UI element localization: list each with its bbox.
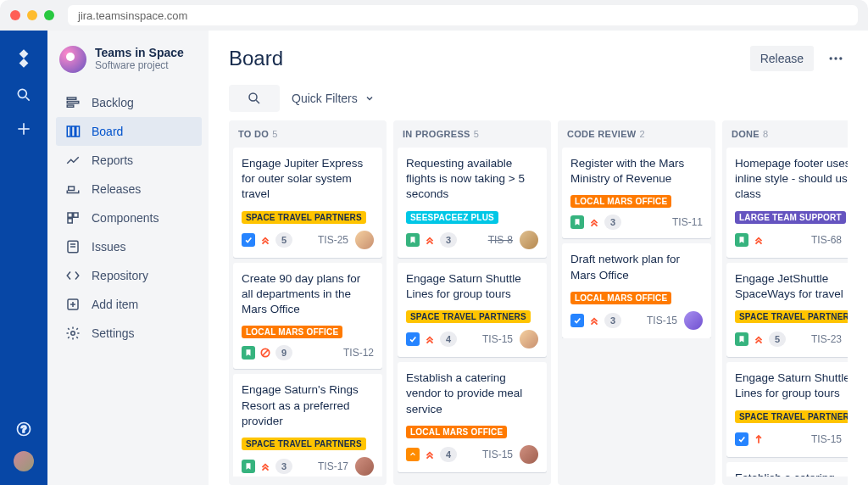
issue-card[interactable]: Establish a catering vendor to provide m… [398,362,547,472]
issue-card[interactable]: Engage Saturn Shuttle Lines for group to… [726,362,848,456]
sidebar-item-reports[interactable]: Reports [56,146,202,175]
assignee-avatar[interactable] [520,231,538,249]
column-title: IN PROGRESS [403,129,470,139]
issue-card[interactable]: Engage Saturn's Rings Resort as a prefer… [233,374,382,477]
story-points: 3 [604,313,621,328]
sidebar-item-label: Board [92,125,123,138]
issue-card[interactable]: Engage Jupiter Express for outer solar s… [233,148,382,258]
svg-point-22 [830,57,832,59]
priority-icon [259,233,272,247]
issue-type-icon [570,215,584,229]
sidebar-item-settings[interactable]: Settings [56,319,202,348]
story-points: 3 [604,215,621,230]
issue-type-icon [406,448,420,461]
add-item-icon [64,297,81,312]
card-footer: 4 TIS-15 [406,445,538,464]
issue-key: TIS-15 [482,333,513,345]
project-header[interactable]: Teams in Space Software project [56,46,202,73]
card-footer: TIS-15 [735,430,848,449]
story-points: 5 [275,232,292,248]
sidebar-item-label: Issues [92,240,125,254]
close-window-button[interactable] [10,10,20,20]
svg-rect-6 [67,98,76,99]
svg-rect-14 [68,219,72,223]
url-bar[interactable]: jira.teamsinspace.com [68,5,858,25]
profile-avatar[interactable] [14,451,34,471]
sidebar-item-releases[interactable]: Releases [56,175,202,203]
project-name: Teams in Space [95,46,184,59]
sidebar-item-board[interactable]: Board [56,117,202,146]
quick-filters-dropdown[interactable]: Quick Filters [292,92,375,105]
issue-type-icon [242,346,255,360]
card-title: Engage JetShuttle SpaceWays for travel [735,271,848,302]
assignee-avatar[interactable] [355,231,374,249]
card-title: Engage Saturn Shuttle Lines for group to… [406,271,538,302]
issue-card[interactable]: Engage JetShuttle SpaceWays for travelSP… [726,263,848,357]
release-button[interactable]: Release [750,46,814,71]
card-title: Engage Jupiter Express for outer solar s… [242,156,374,203]
priority-icon [752,233,765,247]
priority-icon [587,314,601,327]
assignee-avatar[interactable] [520,445,538,464]
issue-key: TIS-15 [811,433,842,445]
jira-logo-icon[interactable] [13,47,35,70]
more-actions-button[interactable] [824,47,848,70]
browser-chrome: jira.teamsinspace.com [0,0,868,31]
priority-icon [752,332,765,346]
svg-point-0 [18,89,26,98]
card-title: Engage Saturn's Rings Resort as a prefer… [242,382,374,429]
assignee-avatar[interactable] [520,330,538,348]
issue-card[interactable]: Engage Saturn Shuttle Lines for group to… [398,263,547,357]
card-label: SPACE TRAVEL PARTNERS [735,410,848,423]
minimize-window-button[interactable] [27,10,37,20]
issue-card[interactable]: Requesting available flights is now taki… [398,148,547,258]
board-search[interactable] [229,85,280,112]
sidebar-item-issues[interactable]: Issues [56,232,202,261]
sidebar-item-add-item[interactable]: Add item [56,290,202,319]
issue-key: TIS-12 [343,347,374,359]
sidebar-item-backlog[interactable]: Backlog [56,88,202,117]
sidebar-item-repository[interactable]: Repository [56,261,202,290]
create-icon[interactable] [15,120,32,137]
board-icon [64,124,81,139]
column-title: CODE REVIEW [567,129,637,139]
sidebar-item-components[interactable]: Components [56,203,202,232]
issue-key: TIS-25 [318,234,348,246]
assignee-avatar[interactable] [355,457,374,476]
priority-icon [587,215,601,229]
column-count: 8 [763,129,768,139]
sidebar-item-label: Add item [92,298,138,311]
components-icon [64,210,81,226]
page-title: Board [229,47,283,70]
priority-icon [259,346,272,360]
issue-card[interactable]: Draft network plan for Mars OfficeLOCAL … [562,243,711,337]
svg-rect-8 [67,105,74,107]
window-controls [10,10,54,20]
maximize-window-button[interactable] [44,10,54,20]
issue-key: TIS-68 [811,234,842,246]
help-icon[interactable]: ? [15,421,32,438]
column-header: IN PROGRESS 5 [398,129,547,148]
issue-card[interactable]: Establish a catering vendor to provide m… [726,462,848,477]
issue-type-icon [735,233,748,247]
issue-key: TIS-17 [318,460,348,472]
issue-type-icon [242,460,255,473]
search-icon[interactable] [15,86,32,103]
assignee-avatar[interactable] [684,311,703,330]
card-label: SPACE TRAVEL PARTNERS [735,310,848,323]
issue-key: TIS-23 [811,333,842,345]
column-header: TO DO 5 [233,129,382,148]
sidebar-item-label: Reports [92,153,133,167]
issue-card[interactable]: Create 90 day plans for all departments … [233,263,382,370]
column-code-review: CODE REVIEW 2Register with the Mars Mini… [558,120,715,485]
card-footer: 9 TIS-12 [242,345,374,360]
svg-point-21 [71,332,75,336]
card-title: Homepage footer uses an inline style - s… [735,156,848,203]
story-points: 9 [275,345,292,360]
column-header: DONE 8 [726,129,848,148]
issue-card[interactable]: Register with the Mars Ministry of Reven… [562,148,711,238]
issue-card[interactable]: Homepage footer uses an inline style - s… [726,148,848,258]
story-points: 4 [440,447,457,462]
issue-key: TIS-15 [482,449,513,460]
sidebar-item-label: Backlog [92,96,134,109]
